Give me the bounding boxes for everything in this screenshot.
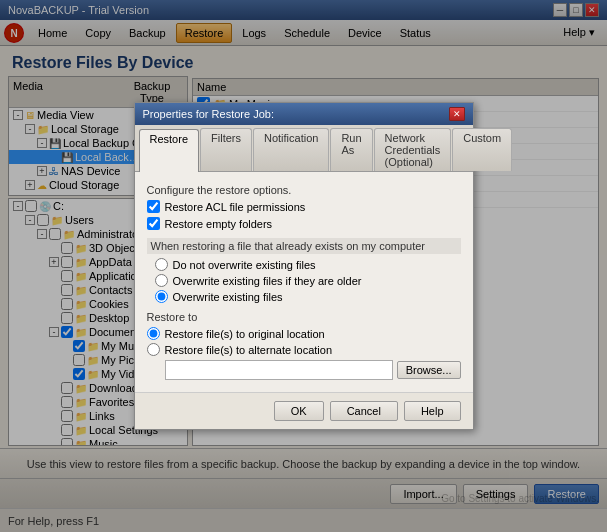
radio-original-location[interactable] — [147, 327, 160, 340]
radio-overwrite-all[interactable] — [155, 290, 168, 303]
properties-modal: Properties for Restore Job: ✕ Restore Fi… — [134, 102, 474, 430]
radio-alternate-label[interactable]: Restore file(s) to alternate location — [165, 344, 333, 356]
tab-network-credentials[interactable]: Network Credentials (Optional) — [374, 128, 452, 171]
radio-original-label[interactable]: Restore file(s) to original location — [165, 328, 325, 340]
dialog-tabs: Restore Filters Notification Run As Netw… — [135, 125, 473, 172]
radio-no-overwrite-label[interactable]: Do not overwrite existing files — [173, 259, 316, 271]
modal-overlay: Properties for Restore Job: ✕ Restore Fi… — [0, 0, 607, 532]
dialog-footer: OK Cancel Help — [135, 392, 473, 429]
help-button[interactable]: Help — [404, 401, 461, 421]
radio-overwrite-older-row: Overwrite existing files if they are old… — [155, 274, 461, 287]
alternate-path-input[interactable] — [165, 360, 393, 380]
restore-to-label: Restore to — [147, 311, 461, 323]
browse-row: Browse... — [165, 360, 461, 380]
configure-label: Configure the restore options. — [147, 184, 461, 196]
radio-overwrite-older[interactable] — [155, 274, 168, 287]
cancel-button[interactable]: Cancel — [330, 401, 398, 421]
radio-overwrite-all-label[interactable]: Overwrite existing files — [173, 291, 283, 303]
modal-title-bar: Properties for Restore Job: ✕ — [135, 103, 473, 125]
ok-button[interactable]: OK — [274, 401, 324, 421]
tab-runas[interactable]: Run As — [330, 128, 372, 171]
restore-to-section: Restore to Restore file(s) to original l… — [147, 311, 461, 380]
empty-folders-label[interactable]: Restore empty folders — [165, 218, 273, 230]
radio-overwrite-all-row: Overwrite existing files — [155, 290, 461, 303]
empty-folders-row: Restore empty folders — [147, 217, 461, 230]
acl-row: Restore ACL file permissions — [147, 200, 461, 213]
tab-notification[interactable]: Notification — [253, 128, 329, 171]
overwrite-options: Do not overwrite existing files Overwrit… — [155, 258, 461, 303]
radio-alternate-row: Restore file(s) to alternate location — [147, 343, 461, 356]
empty-folders-checkbox[interactable] — [147, 217, 160, 230]
radio-alternate-location[interactable] — [147, 343, 160, 356]
radio-original-row: Restore file(s) to original location — [147, 327, 461, 340]
dialog-body: Configure the restore options. Restore A… — [135, 172, 473, 392]
radio-no-overwrite[interactable] — [155, 258, 168, 271]
radio-overwrite-older-label[interactable]: Overwrite existing files if they are old… — [173, 275, 362, 287]
acl-checkbox[interactable] — [147, 200, 160, 213]
tab-filters[interactable]: Filters — [200, 128, 252, 171]
browse-button[interactable]: Browse... — [397, 361, 461, 379]
acl-label[interactable]: Restore ACL file permissions — [165, 201, 306, 213]
tab-custom[interactable]: Custom — [452, 128, 512, 171]
modal-close-button[interactable]: ✕ — [449, 107, 465, 121]
modal-title: Properties for Restore Job: — [143, 108, 274, 120]
radio-no-overwrite-row: Do not overwrite existing files — [155, 258, 461, 271]
existing-files-label: When restoring a file that already exist… — [147, 238, 461, 254]
tab-restore[interactable]: Restore — [139, 129, 200, 172]
